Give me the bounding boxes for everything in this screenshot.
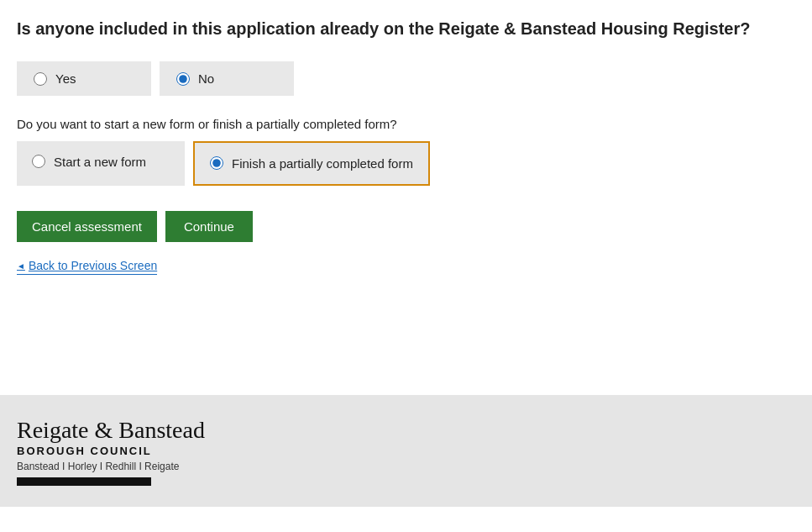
footer-logo-sub: BOROUGH COUNCIL: [17, 445, 795, 457]
cancel-assessment-button[interactable]: Cancel assessment: [17, 211, 157, 242]
finish-radio[interactable]: [210, 156, 223, 170]
no-label[interactable]: No: [198, 71, 214, 86]
yes-radio[interactable]: [34, 72, 47, 86]
no-option[interactable]: No: [160, 61, 294, 96]
yes-label[interactable]: Yes: [55, 71, 76, 86]
yes-no-radio-group: Yes No: [17, 61, 795, 96]
form-choice-radio-group: Start a new form Finish a partially comp…: [17, 141, 795, 186]
no-radio[interactable]: [176, 72, 190, 86]
finish-form-option[interactable]: Finish a partially completed form: [193, 141, 430, 186]
start-new-label[interactable]: Start a new form: [54, 153, 146, 171]
back-link[interactable]: Back to Previous Screen: [17, 259, 157, 275]
action-buttons: Cancel assessment Continue: [17, 211, 795, 242]
footer: Reigate & Banstead BOROUGH COUNCIL Banst…: [0, 395, 812, 507]
question-2-title: Do you want to start a new form or finis…: [17, 117, 795, 131]
start-new-option[interactable]: Start a new form: [17, 141, 185, 186]
continue-button[interactable]: Continue: [165, 211, 253, 242]
footer-logo-name: Reigate & Banstead: [17, 416, 795, 445]
question-1-title: Is anyone included in this application a…: [17, 17, 795, 40]
footer-towns: Banstead I Horley I Redhill I Reigate: [17, 461, 795, 472]
footer-bar: [17, 477, 151, 486]
finish-label[interactable]: Finish a partially completed form: [232, 155, 413, 172]
yes-option[interactable]: Yes: [17, 61, 151, 96]
start-new-radio[interactable]: [32, 155, 45, 168]
